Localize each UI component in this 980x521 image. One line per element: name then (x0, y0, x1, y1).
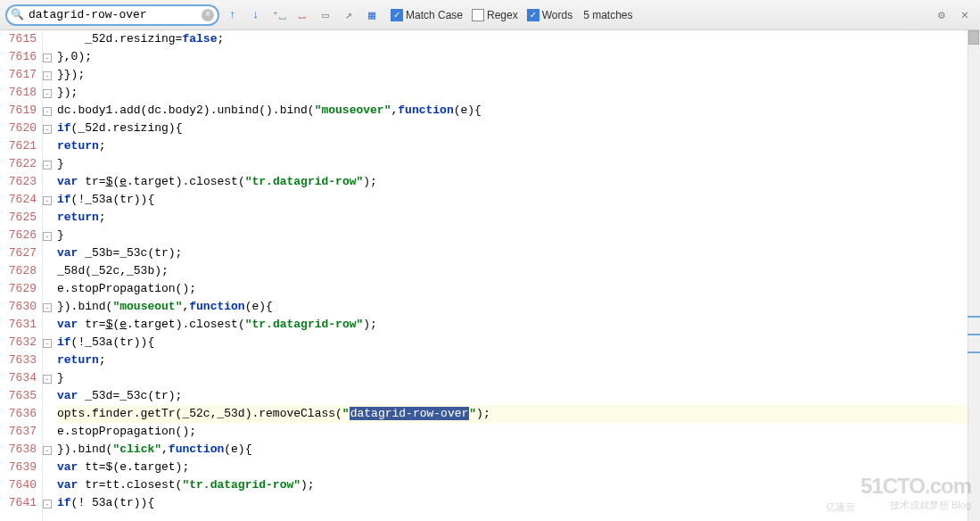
code-line[interactable]: }).bind("click",function(e){ (57, 441, 980, 459)
code-line[interactable]: }).bind("mouseout",function(e){ (57, 298, 980, 316)
search-input[interactable] (5, 4, 219, 26)
code-line[interactable]: var tr=$(e.target).closest("tr.datagrid-… (57, 316, 980, 334)
scrollbar-track[interactable] (968, 30, 980, 521)
clear-search-icon[interactable]: × (202, 9, 214, 21)
fold-toggle-icon[interactable]: - (43, 500, 52, 509)
code-line[interactable]: opts.finder.getTr(_52c,_53d).removeClass… (57, 405, 980, 423)
line-number: 7628 (0, 262, 37, 280)
line-number: 7623 (0, 173, 37, 191)
fold-toggle-icon[interactable]: - (43, 161, 52, 170)
fold-toggle-icon[interactable]: - (43, 196, 52, 205)
line-number: 7627 (0, 244, 37, 262)
line-number: 7639 (0, 459, 37, 476)
code-line[interactable]: e.stopPropagation(); (57, 280, 980, 298)
line-number: 7634 (0, 369, 37, 387)
line-number: 7629 (0, 280, 37, 298)
code-area[interactable]: _52d.resizing=false;},0);}});});dc.body1… (57, 30, 980, 521)
checkbox-icon: ✓ (391, 9, 403, 21)
add-selection-button[interactable]: ⁺⎵ (269, 5, 289, 25)
line-number: 7636 (0, 405, 37, 423)
find-prev-button[interactable]: ↑ (223, 5, 243, 25)
line-number: 7633 (0, 351, 37, 369)
code-line[interactable]: return; (57, 209, 980, 227)
code-line[interactable]: e.stopPropagation(); (57, 423, 980, 441)
checkbox-icon (472, 9, 484, 21)
fold-toggle-icon[interactable]: - (43, 125, 52, 134)
fold-toggle-icon[interactable]: - (43, 339, 52, 348)
match-count: 5 matches (583, 9, 632, 21)
line-number: 7632 (0, 334, 37, 351)
watermark-51cto: 51CTO.com 技术成就梦想 Blog (861, 474, 971, 512)
code-line[interactable]: return; (57, 351, 980, 369)
code-line[interactable]: } (57, 369, 980, 387)
code-line[interactable]: _52d.resizing=false; (57, 30, 980, 48)
match-case-label: Match Case (406, 9, 463, 21)
line-number: 7640 (0, 476, 37, 494)
code-line[interactable]: return; (57, 137, 980, 155)
code-line[interactable]: var tr=tt.closest("tr.datagrid-row"); (57, 476, 980, 494)
fold-gutter: ------------- (43, 30, 57, 521)
code-line[interactable]: dc.body1.add(dc.body2).unbind().bind("mo… (57, 102, 980, 120)
settings-button[interactable]: ⚙ (932, 5, 951, 25)
export-button[interactable]: ↗ (339, 5, 358, 25)
line-number: 7638 (0, 441, 37, 459)
code-line[interactable]: }}); (57, 66, 980, 84)
fold-toggle-icon[interactable]: - (43, 71, 52, 80)
line-number-gutter: 7615761676177618761976207621762276237624… (0, 30, 43, 521)
search-result-mark[interactable] (968, 316, 980, 318)
filter-button[interactable]: ▦ (362, 5, 382, 25)
code-line[interactable]: var _53d=_53c(tr); (57, 387, 980, 405)
line-number: 7621 (0, 137, 37, 155)
editor-area: 7615761676177618761976207621762276237624… (0, 30, 980, 521)
line-number: 7641 (0, 494, 37, 512)
line-number: 7631 (0, 316, 37, 334)
checkbox-icon: ✓ (527, 9, 539, 21)
line-number: 7617 (0, 66, 37, 84)
line-number: 7630 (0, 298, 37, 316)
words-checkbox[interactable]: ✓ Words (527, 9, 572, 21)
line-number: 7619 (0, 102, 37, 120)
line-number: 7635 (0, 387, 37, 405)
line-number: 7624 (0, 191, 37, 209)
toggle-multiline-button[interactable]: ▭ (316, 5, 335, 25)
code-line[interactable]: if(!_53a(tr)){ (57, 334, 980, 351)
select-all-button[interactable]: ⎵ (292, 5, 312, 25)
code-line[interactable]: },0); (57, 48, 980, 66)
code-line[interactable]: if(!_53a(tr)){ (57, 191, 980, 209)
line-number: 7622 (0, 155, 37, 173)
line-number: 7616 (0, 48, 37, 66)
fold-toggle-icon[interactable]: - (43, 54, 52, 62)
fold-toggle-icon[interactable]: - (43, 375, 52, 384)
code-line[interactable]: var _53b=_53c(tr); (57, 244, 980, 262)
code-line[interactable]: } (57, 227, 980, 244)
close-search-button[interactable]: ✕ (955, 5, 975, 25)
match-case-checkbox[interactable]: ✓ Match Case (391, 9, 463, 21)
scrollbar-thumb[interactable] (968, 30, 979, 45)
code-line[interactable]: var tt=$(e.target); (57, 459, 980, 476)
line-number: 7626 (0, 227, 37, 244)
fold-toggle-icon[interactable]: - (43, 232, 52, 241)
code-line[interactable]: }); (57, 84, 980, 102)
search-toolbar: 🔍 × ↑ ↓ ⁺⎵ ⎵ ▭ ↗ ▦ ✓ Match Case Regex ✓ … (0, 0, 980, 30)
code-line[interactable]: } (57, 155, 980, 173)
code-line[interactable]: var tr=$(e.target).closest("tr.datagrid-… (57, 173, 980, 191)
line-number: 7637 (0, 423, 37, 441)
search-field-wrap: 🔍 × (5, 4, 219, 26)
line-number: 7620 (0, 120, 37, 137)
line-number: 7615 (0, 30, 37, 48)
words-label: Words (542, 9, 572, 21)
line-number: 7618 (0, 84, 37, 102)
find-next-button[interactable]: ↓ (246, 5, 266, 25)
search-result-mark[interactable] (968, 334, 980, 335)
fold-toggle-icon[interactable]: - (43, 446, 52, 455)
regex-checkbox[interactable]: Regex (472, 9, 518, 21)
line-number: 7625 (0, 209, 37, 227)
fold-toggle-icon[interactable]: - (43, 89, 52, 98)
fold-toggle-icon[interactable]: - (43, 303, 52, 312)
fold-toggle-icon[interactable]: - (43, 107, 52, 116)
code-line[interactable]: if(_52d.resizing){ (57, 120, 980, 137)
watermark-yisu: 亿速云 (826, 500, 855, 514)
search-result-mark[interactable] (968, 351, 980, 353)
code-line[interactable]: _58d(_52c,_53b); (57, 262, 980, 280)
regex-label: Regex (487, 9, 518, 21)
